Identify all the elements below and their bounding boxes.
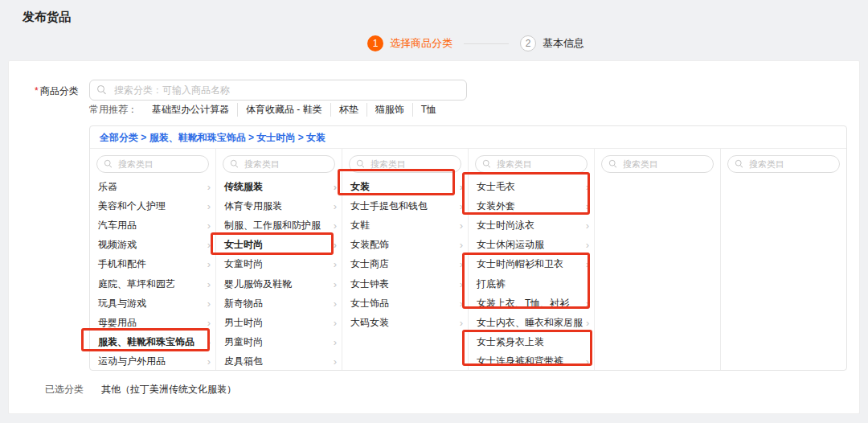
chevron-right-icon: › [460,298,463,309]
category-search-input[interactable] [89,80,467,101]
category-column-6 [721,149,846,371]
category-item[interactable]: 汽车用品› [90,216,215,235]
category-item[interactable]: 女士饰品› [342,294,468,313]
category-item-label: 母婴用品 [98,316,137,330]
column-search-input[interactable] [223,155,335,173]
category-item[interactable]: 女装配饰› [342,236,468,255]
category-column-4: 女士毛衣› 女装外套› 女士时尚泳衣› 女士休闲运动服› 女士时尚帽衫和卫衣› … [469,149,595,371]
recommend-label: 常用推荐： [89,103,137,117]
category-item[interactable]: 女士紧身衣上装 [469,333,594,352]
category-item[interactable]: 皮具箱包› [216,352,342,371]
category-item-label: 女装外套 [477,199,515,213]
search-icon [483,160,491,168]
category-item[interactable]: 女士休闲运动服› [469,236,594,255]
category-item-selected[interactable]: 女士时尚› [216,236,342,255]
recommend-item[interactable]: 体育收藏品 - 鞋类 [237,103,330,117]
column-search-box [349,155,461,173]
category-item[interactable]: 女装外套› [469,196,594,216]
category-item-label: 皮具箱包 [224,355,263,368]
recommend-item[interactable]: T恤 [412,103,444,117]
chevron-right-icon: › [586,240,589,250]
chevron-right-icon: › [207,201,211,212]
category-item-label: 女士时尚泳衣 [477,219,534,232]
chevron-right-icon: › [207,318,211,328]
column-search-input[interactable] [349,155,461,173]
search-icon [357,160,365,168]
category-item[interactable]: 新奇物品› [216,294,342,313]
category-search-box [89,80,467,101]
column-search-input[interactable] [96,155,209,173]
category-item-selected[interactable]: 女装› [342,177,468,196]
chevron-right-icon: › [334,337,337,347]
chevron-right-icon: › [207,298,211,309]
selected-category-label: 已选分类 [45,383,84,396]
chevron-right-icon: › [586,182,589,192]
step-2-label: 基本信息 [542,36,584,51]
category-item-label: 乐器 [98,180,117,194]
recommend-item[interactable]: 杯垫 [330,103,366,117]
column-search-input[interactable] [475,155,588,173]
category-item[interactable]: 男童时尚› [216,333,342,352]
category-item-label: 女装 [350,180,370,194]
category-item[interactable]: 乐器› [90,177,215,196]
category-item-label: 女装上衣、T恤、衬衫 [477,297,569,310]
category-item[interactable]: 手机和配件› [90,255,215,274]
category-item[interactable]: 运动与户外用品› [90,352,215,371]
category-cascader-panel: 全部分类 > 服装、鞋靴和珠宝饰品 > 女士时尚 > 女装 乐器› 美容和个人护… [89,125,847,371]
category-item[interactable]: 庭院、草坪和园艺› [90,274,215,294]
category-item[interactable]: 制服、工作服和防护服› [216,216,342,235]
category-item[interactable]: 女士时尚帽衫和卫衣› [469,255,594,274]
recommend-item[interactable]: 基础型办公计算器 [144,103,237,117]
category-item[interactable]: 视频游戏› [90,236,215,255]
category-item[interactable]: 女士时尚泳衣› [469,216,594,235]
category-item-label: 女鞋 [350,219,370,232]
chevron-right-icon: › [334,182,337,192]
category-item[interactable]: 女士毛衣› [469,177,594,196]
category-item-label: 打底裤 [477,277,506,291]
column-search-input[interactable] [727,155,840,173]
chevron-right-icon: › [207,337,211,347]
category-item[interactable]: 女童时尚› [216,255,342,274]
category-item[interactable]: 女士手提包和钱包› [342,196,468,216]
category-item[interactable]: 女装上衣、T恤、衬衫› [469,294,594,313]
category-item[interactable]: 打底裤 [469,274,594,294]
selected-category-row: 已选分类 其他（拉丁美洲传统文化服装） [45,383,236,396]
category-item[interactable]: 女鞋› [342,216,468,235]
category-item[interactable]: 女士商店› [342,255,468,274]
column-search-box [96,155,209,173]
chevron-right-icon: › [207,182,211,192]
category-item[interactable]: 玩具与游戏› [90,294,215,313]
category-item[interactable]: 婴儿服饰及鞋靴› [216,274,342,294]
chevron-right-icon: › [334,318,337,328]
category-item-selected[interactable]: 服装、鞋靴和珠宝饰品› [90,333,215,352]
category-item[interactable]: 母婴用品› [90,313,215,332]
category-item[interactable]: 大码女装› [342,313,468,332]
category-item[interactable]: 女士内衣、睡衣和家居服› [469,313,594,332]
step-connector-line [464,43,509,44]
breadcrumb[interactable]: 全部分类 > 服装、鞋靴和珠宝饰品 > 女士时尚 > 女装 [90,126,846,149]
category-item-label: 手机和配件 [98,257,146,271]
chevron-right-icon: › [586,356,589,367]
category-item[interactable]: 体育专用服装› [216,196,342,216]
category-item-label: 女士紧身衣上装 [477,335,544,349]
page-title: 发布货品 [23,10,71,25]
chevron-right-icon: › [334,240,337,250]
category-item[interactable]: 美容和个人护理› [90,196,215,216]
step-2-badge: 2 [520,35,536,51]
chevron-right-icon: › [460,259,463,269]
category-item[interactable]: 传统服装› [216,177,342,196]
category-item[interactable]: 女士连身裤和背带裤› [469,352,594,371]
step-1-badge: 1 [367,35,383,51]
category-field-label-text: 商品分类 [40,85,79,97]
category-item-label: 服装、鞋靴和珠宝饰品 [98,335,194,349]
category-item[interactable]: 男士时尚› [216,313,342,332]
chevron-right-icon: › [586,298,589,309]
chevron-right-icon: › [207,220,211,231]
category-item-label: 女士时尚 [224,238,263,252]
column-search-input[interactable] [601,155,714,173]
recommend-item[interactable]: 猫服饰 [366,103,412,117]
category-column-1: 乐器› 美容和个人护理› 汽车用品› 视频游戏› 手机和配件› 庭院、草坪和园艺… [90,149,216,371]
chevron-right-icon: › [207,240,211,250]
category-item[interactable]: 女士钟表› [342,274,468,294]
chevron-right-icon: › [334,356,337,367]
